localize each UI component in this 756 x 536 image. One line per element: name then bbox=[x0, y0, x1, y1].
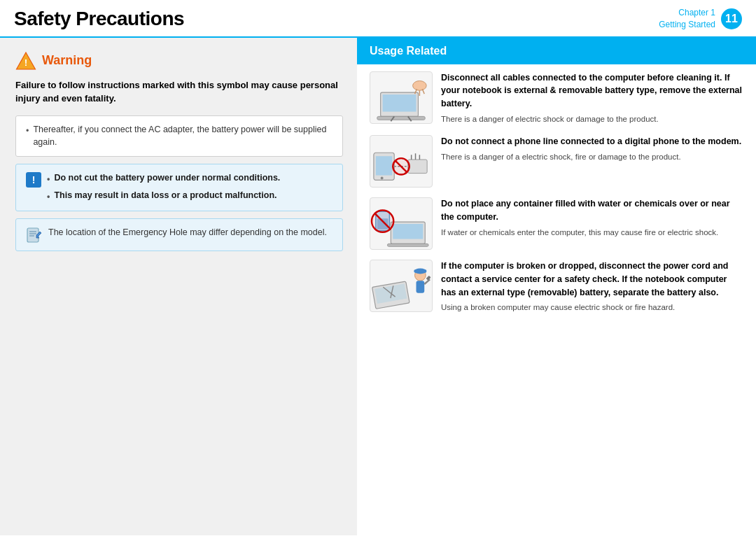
bullet-item: • Thereafter, if you connect the AC adap… bbox=[26, 123, 332, 150]
usage-text-3: Do not place any container filled with w… bbox=[441, 197, 743, 239]
bullet-dot-1: • bbox=[47, 173, 50, 186]
usage-header: Usage Related bbox=[357, 38, 756, 64]
usage-desc-2: There is a danger of a electric shock, f… bbox=[441, 151, 743, 163]
page-number: 11 bbox=[721, 8, 742, 29]
page-header: Safety Precautions Chapter 1 Getting Sta… bbox=[0, 0, 756, 38]
chapter-info: Chapter 1 Getting Started 11 bbox=[659, 7, 742, 31]
svg-rect-19 bbox=[408, 160, 427, 174]
note-text: The location of the Emergency Hole may d… bbox=[48, 226, 327, 239]
right-panel: Usage Related bbox=[357, 38, 756, 535]
warning-icon: ! bbox=[15, 50, 36, 71]
note-icon bbox=[26, 227, 43, 244]
svg-rect-42 bbox=[426, 276, 431, 281]
chapter-label: Chapter 1 bbox=[659, 7, 715, 19]
bullet-dot-2: • bbox=[47, 190, 50, 204]
svg-rect-8 bbox=[383, 94, 416, 111]
svg-text:!: ! bbox=[24, 57, 28, 67]
usage-title-4: If the computer is broken or dropped, di… bbox=[441, 260, 743, 299]
usage-desc-3: If water or chemicals enter the computer… bbox=[441, 227, 743, 239]
important-content: • Do not cut the battery power under nor… bbox=[47, 171, 280, 204]
usage-item-4: If the computer is broken or dropped, di… bbox=[370, 260, 743, 314]
bullet-text: Thereafter, if you connect the AC adapte… bbox=[33, 123, 332, 150]
svg-rect-17 bbox=[376, 156, 392, 175]
svg-rect-40 bbox=[416, 281, 425, 293]
usage-title-1: Disconnect all cables connected to the c… bbox=[441, 71, 743, 111]
usage-desc-4: Using a broken computer may cause electr… bbox=[441, 302, 743, 313]
warning-title: Warning bbox=[42, 53, 92, 68]
important-bullet-1: • Do not cut the battery power under nor… bbox=[47, 171, 280, 186]
bullet-box: • Thereafter, if you connect the AC adap… bbox=[15, 115, 343, 157]
page-title: Safety Precautions bbox=[14, 8, 184, 30]
usage-title-2: Do not connect a phone line connected to… bbox=[441, 135, 743, 148]
svg-rect-28 bbox=[387, 244, 428, 246]
usage-list: Disconnect all cables connected to the c… bbox=[357, 64, 756, 331]
svg-line-41 bbox=[424, 279, 430, 284]
important-text-2: This may result in data loss or a produc… bbox=[54, 189, 276, 202]
svg-rect-27 bbox=[393, 224, 423, 239]
important-icon: ! bbox=[26, 172, 41, 188]
left-panel: ! Warning Failure to follow instructions… bbox=[0, 38, 357, 535]
note-box: The location of the Emergency Hole may d… bbox=[15, 218, 343, 251]
usage-image-4 bbox=[370, 260, 433, 312]
svg-point-12 bbox=[413, 80, 427, 90]
usage-title: Usage Related bbox=[370, 45, 447, 57]
usage-item-1: Disconnect all cables connected to the c… bbox=[370, 71, 743, 126]
usage-image-2 bbox=[370, 135, 433, 188]
important-bullet-2: • This may result in data loss or a prod… bbox=[47, 189, 280, 204]
usage-title-3: Do not place any container filled with w… bbox=[441, 197, 743, 224]
usage-image-3 bbox=[370, 197, 433, 250]
usage-text-2: Do not connect a phone line connected to… bbox=[441, 135, 743, 163]
important-text-1: Do not cut the battery power under norma… bbox=[54, 171, 280, 185]
usage-desc-1: There is a danger of electric shock or d… bbox=[441, 113, 743, 125]
main-content: ! Warning Failure to follow instructions… bbox=[0, 38, 756, 535]
chapter-text: Chapter 1 Getting Started bbox=[659, 7, 715, 31]
usage-text-4: If the computer is broken or dropped, di… bbox=[441, 260, 743, 314]
warning-description: Failure to follow instructions marked wi… bbox=[15, 78, 343, 106]
svg-rect-39 bbox=[414, 270, 427, 273]
svg-point-18 bbox=[381, 177, 384, 180]
usage-item-2: Do not connect a phone line connected to… bbox=[370, 135, 743, 188]
warning-header: ! Warning bbox=[15, 50, 343, 71]
bullet-dot: • bbox=[26, 125, 29, 138]
usage-text-1: Disconnect all cables connected to the c… bbox=[441, 71, 743, 126]
usage-image-1 bbox=[370, 71, 433, 124]
chapter-sub: Getting Started bbox=[659, 19, 715, 31]
usage-item-3: Do not place any container filled with w… bbox=[370, 197, 743, 250]
important-box: ! • Do not cut the battery power under n… bbox=[15, 164, 343, 211]
svg-rect-9 bbox=[377, 116, 425, 120]
